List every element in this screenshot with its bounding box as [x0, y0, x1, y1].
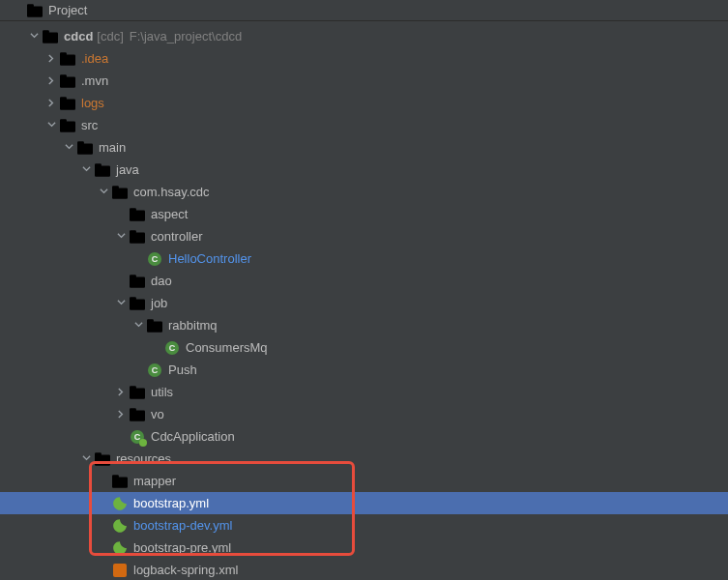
expand-arrow-icon[interactable]: [114, 297, 128, 310]
tree-item-rabbitmq[interactable]: rabbitmq: [0, 314, 728, 336]
tree-item-aspect[interactable]: aspect: [0, 203, 728, 225]
tree-label: java: [116, 162, 139, 177]
module-folder-icon: [43, 29, 58, 44]
package-icon: [130, 207, 145, 222]
tree-item-dao[interactable]: dao: [0, 270, 728, 292]
tree-module-root[interactable]: cdcd [cdc] F:\java_project\cdcd: [0, 25, 728, 47]
tree-item-bootstrap-dev-yml[interactable]: bootstrap-dev.yml: [0, 514, 728, 536]
tree-label: bootstrap-pre.yml: [133, 540, 231, 555]
tree-label: main: [99, 140, 126, 155]
spring-leaf-icon: [112, 540, 128, 556]
package-icon: [130, 296, 145, 311]
package-icon: [130, 229, 145, 245]
class-icon: C: [147, 362, 162, 378]
package-icon: [130, 385, 145, 400]
tree-label: Push: [168, 362, 197, 377]
tree-label: bootstrap-dev.yml: [133, 518, 232, 533]
tree-label: resources: [116, 451, 171, 466]
tree-item-logs[interactable]: logs: [0, 92, 728, 114]
tree-label: rabbitmq: [168, 318, 218, 333]
tree-label: com.hsay.cdc: [133, 185, 210, 199]
expand-arrow-icon[interactable]: [62, 141, 75, 155]
tree-label: logs: [81, 96, 104, 110]
expand-arrow-icon[interactable]: [79, 163, 93, 177]
tree-item-mapper[interactable]: mapper: [0, 470, 728, 492]
tree-item-consumers-mq[interactable]: C ConsumersMq: [0, 336, 728, 359]
collapse-arrow-icon[interactable]: [44, 52, 58, 66]
tree-item-controller[interactable]: controller: [0, 225, 728, 247]
tree-label: job: [151, 296, 167, 310]
folder-icon: [60, 51, 75, 67]
tree-label: dao: [151, 274, 172, 288]
module-bracket: [cdc]: [97, 29, 123, 44]
package-icon: [130, 274, 145, 289]
tree-item-vo[interactable]: vo: [0, 403, 728, 425]
class-icon: C: [164, 340, 180, 356]
tree-label: .mvn: [81, 73, 108, 88]
tree-item-utils[interactable]: utils: [0, 381, 728, 403]
tree-item-bootstrap-pre-yml[interactable]: bootstrap-pre.yml: [0, 536, 728, 559]
tree-item-hello-controller[interactable]: C HelloController: [0, 247, 728, 270]
tree-label: utils: [151, 385, 173, 399]
spring-boot-class-icon: C: [130, 429, 145, 445]
tree-label: HelloController: [168, 251, 251, 266]
project-icon: [27, 3, 43, 18]
tree-label: mapper: [133, 474, 176, 488]
collapse-arrow-icon[interactable]: [44, 97, 58, 110]
package-icon: [147, 318, 162, 334]
resources-folder-icon: [95, 451, 110, 467]
folder-icon: [60, 96, 75, 111]
tree-item-resources[interactable]: resources: [0, 448, 728, 470]
expand-arrow-icon[interactable]: [44, 119, 58, 132]
tree-label: .idea: [81, 51, 108, 66]
folder-icon: [112, 474, 128, 489]
tree-item-java[interactable]: java: [0, 159, 728, 181]
package-icon: [112, 185, 128, 200]
tree-item-mvn[interactable]: .mvn: [0, 70, 728, 92]
expand-arrow-icon[interactable]: [27, 30, 41, 44]
tree-label: ConsumersMq: [186, 340, 268, 355]
tree-label: CdcApplication: [151, 429, 235, 444]
folder-icon: [77, 140, 93, 156]
spring-leaf-icon: [112, 496, 128, 511]
tree-item-bootstrap-yml[interactable]: bootstrap.yml: [0, 492, 728, 514]
expand-arrow-icon[interactable]: [79, 452, 93, 466]
class-icon: C: [147, 251, 162, 267]
panel-header: Project: [0, 0, 728, 21]
expand-arrow-icon[interactable]: [131, 319, 145, 333]
collapse-arrow-icon[interactable]: [114, 408, 128, 421]
tree-label: vo: [151, 407, 164, 421]
tree-label: bootstrap.yml: [133, 496, 209, 510]
tree-label: controller: [151, 229, 202, 244]
tree-item-src[interactable]: src: [0, 114, 728, 136]
folder-icon: [60, 118, 75, 133]
expand-arrow-icon[interactable]: [97, 186, 110, 199]
module-path: F:\java_project\cdcd: [130, 29, 242, 44]
expand-arrow-icon[interactable]: [114, 230, 128, 244]
tree-item-idea[interactable]: .idea: [0, 47, 728, 70]
tree-item-push[interactable]: C Push: [0, 359, 728, 381]
tree-label: aspect: [151, 207, 188, 221]
collapse-arrow-icon[interactable]: [114, 386, 128, 399]
tree-label: logback-spring.xml: [133, 563, 238, 577]
source-folder-icon: [95, 162, 110, 178]
tree-item-logback-xml[interactable]: logback-spring.xml: [0, 559, 728, 580]
collapse-arrow-icon[interactable]: [44, 74, 58, 88]
tree-item-job[interactable]: job: [0, 292, 728, 314]
xml-file-icon: [112, 563, 128, 578]
tree-item-package[interactable]: com.hsay.cdc: [0, 181, 728, 203]
tree-item-main[interactable]: main: [0, 136, 728, 159]
panel-title: Project: [48, 3, 87, 17]
tree-item-cdc-application[interactable]: C CdcApplication: [0, 425, 728, 448]
folder-icon: [60, 73, 75, 89]
tree-label: src: [81, 118, 98, 132]
module-name: cdcd: [64, 29, 93, 44]
project-tree[interactable]: cdcd [cdc] F:\java_project\cdcd .idea .m…: [0, 21, 728, 580]
spring-leaf-icon: [112, 518, 128, 534]
package-icon: [130, 407, 145, 422]
